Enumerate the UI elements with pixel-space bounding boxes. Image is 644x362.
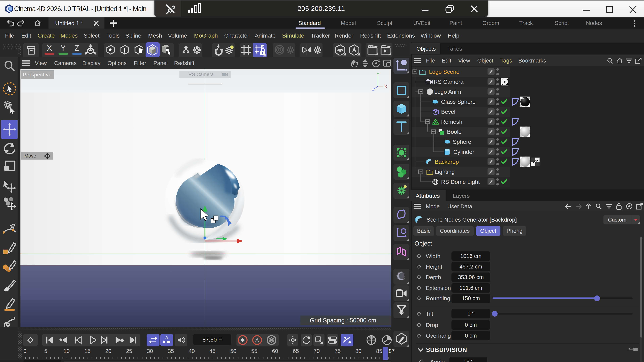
svg-text:65: 65 [293, 348, 299, 354]
svg-text:40: 40 [189, 348, 195, 354]
svg-text:0: 0 [24, 348, 26, 354]
svg-text:A: A [255, 337, 259, 343]
svg-text:15: 15 [84, 348, 91, 354]
svg-text:Z: Z [372, 87, 374, 91]
svg-text:10: 10 [64, 348, 70, 354]
svg-text:A: A [165, 336, 168, 340]
svg-text:30: 30 [147, 348, 153, 354]
svg-text:70: 70 [314, 348, 320, 354]
svg-text:75: 75 [334, 348, 341, 354]
svg-text:20: 20 [105, 348, 112, 354]
svg-text:5: 5 [44, 348, 47, 354]
svg-text:80: 80 [355, 348, 362, 354]
svg-text:45: 45 [210, 348, 216, 354]
svg-text:35: 35 [168, 348, 174, 354]
svg-text:87: 87 [388, 348, 395, 354]
svg-text:X: X [384, 84, 387, 89]
svg-text:85: 85 [376, 348, 382, 354]
svg-text:Y: Y [377, 72, 379, 76]
svg-text:55: 55 [251, 348, 258, 354]
svg-text:60: 60 [272, 348, 278, 354]
svg-text:25: 25 [126, 348, 132, 354]
svg-text:50: 50 [230, 348, 236, 354]
